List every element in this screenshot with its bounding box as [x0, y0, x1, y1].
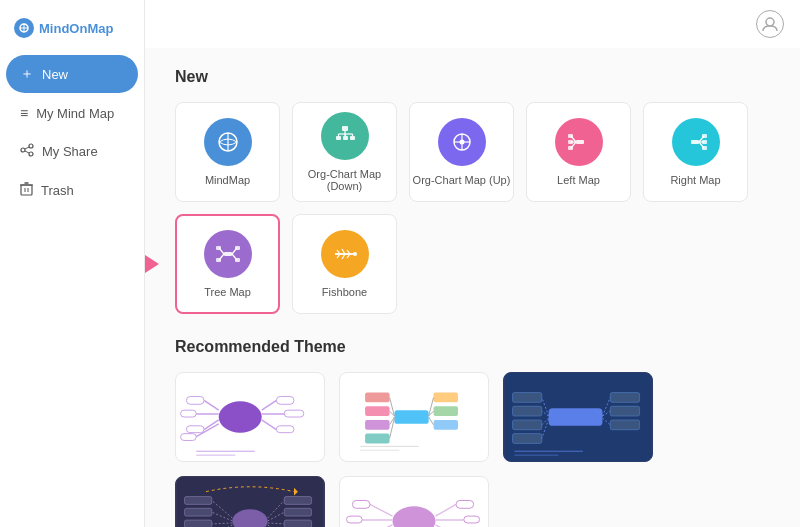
map-card-org-down[interactable]: Org-Chart Map (Down) — [292, 102, 397, 202]
svg-rect-100 — [610, 393, 639, 403]
svg-rect-84 — [434, 420, 458, 430]
fishbone-label: Fishbone — [322, 286, 367, 298]
right-map-icon — [672, 118, 720, 166]
svg-rect-82 — [434, 393, 458, 403]
user-avatar[interactable] — [756, 10, 784, 38]
svg-line-7 — [25, 151, 29, 153]
svg-line-91 — [429, 417, 434, 425]
logo: MindOnMap — [0, 10, 144, 54]
svg-rect-50 — [235, 246, 240, 250]
svg-line-71 — [262, 420, 277, 430]
svg-rect-118 — [284, 497, 311, 505]
org-up-label: Org-Chart Map (Up) — [413, 174, 511, 186]
theme-3-preview — [504, 373, 652, 461]
svg-rect-47 — [216, 258, 221, 262]
svg-rect-98 — [512, 420, 541, 430]
theme-card-3[interactable] — [503, 372, 653, 462]
sidebar-item-my-share[interactable]: My Share — [6, 133, 138, 170]
svg-rect-101 — [610, 406, 639, 416]
svg-line-69 — [262, 400, 277, 410]
svg-rect-66 — [181, 410, 197, 417]
map-card-org-up[interactable]: Org-Chart Map (Up) — [409, 102, 514, 202]
svg-rect-43 — [224, 252, 232, 256]
mindmap-icon — [204, 118, 252, 166]
svg-rect-67 — [186, 426, 204, 433]
theme-1-preview — [176, 373, 324, 461]
arrow-head — [145, 255, 159, 273]
theme-grid — [175, 372, 770, 527]
sidebar-item-new[interactable]: ＋ New — [6, 55, 138, 93]
svg-point-3 — [29, 144, 33, 148]
svg-rect-115 — [184, 508, 211, 516]
svg-line-61 — [204, 400, 219, 410]
svg-rect-17 — [336, 136, 341, 140]
org-down-icon — [321, 112, 369, 160]
svg-point-60 — [219, 401, 262, 432]
map-card-tree-map[interactable]: Tree Map — [175, 214, 280, 314]
svg-line-6 — [25, 147, 29, 149]
svg-rect-72 — [276, 396, 294, 404]
svg-rect-114 — [184, 497, 211, 505]
new-section-title: New — [175, 68, 770, 86]
sidebar-item-trash-label: Trash — [41, 183, 74, 198]
logo-text: MindOnMap — [39, 21, 113, 36]
svg-rect-99 — [512, 434, 541, 444]
tree-map-label: Tree Map — [204, 286, 251, 298]
svg-rect-46 — [216, 246, 221, 250]
svg-rect-144 — [464, 516, 480, 523]
svg-point-59 — [353, 252, 357, 256]
sidebar-item-my-mind-map[interactable]: ≡ My Mind Map — [6, 95, 138, 131]
main-content: New MindMap — [145, 48, 800, 527]
svg-rect-138 — [347, 516, 363, 523]
theme-5-preview — [340, 477, 488, 527]
trash-icon — [20, 182, 33, 199]
recommended-section-title: Recommended Theme — [175, 338, 770, 356]
right-map-label: Right Map — [670, 174, 720, 186]
map-card-mindmap[interactable]: MindMap — [175, 102, 280, 202]
map-card-right[interactable]: Right Map — [643, 102, 748, 202]
svg-rect-35 — [568, 146, 573, 150]
svg-rect-36 — [691, 140, 699, 144]
theme-card-4[interactable] — [175, 476, 325, 527]
svg-point-5 — [29, 152, 33, 156]
map-card-left[interactable]: Left Map — [526, 102, 631, 202]
svg-point-13 — [766, 18, 774, 26]
svg-rect-29 — [576, 140, 584, 144]
logo-icon — [18, 22, 30, 34]
map-card-fishbone[interactable]: Fishbone — [292, 214, 397, 314]
svg-point-133 — [392, 506, 435, 527]
sidebar-item-trash[interactable]: Trash — [6, 172, 138, 209]
theme-card-1[interactable] — [175, 372, 325, 462]
svg-rect-79 — [365, 406, 389, 416]
left-map-label: Left Map — [557, 174, 600, 186]
svg-rect-80 — [365, 420, 389, 430]
svg-rect-96 — [512, 393, 541, 403]
svg-rect-119 — [284, 508, 311, 516]
theme-card-5[interactable] — [339, 476, 489, 527]
svg-rect-95 — [549, 408, 603, 426]
map-type-grid: MindMap Org-C — [175, 102, 770, 314]
svg-rect-74 — [276, 426, 294, 433]
svg-point-28 — [459, 140, 464, 145]
svg-rect-42 — [702, 146, 707, 150]
svg-rect-78 — [365, 393, 389, 403]
theme-4-preview — [176, 477, 324, 527]
svg-rect-83 — [434, 406, 458, 416]
svg-rect-16 — [342, 126, 348, 131]
list-icon: ≡ — [20, 105, 28, 121]
svg-rect-8 — [21, 185, 32, 195]
svg-rect-97 — [512, 406, 541, 416]
svg-rect-73 — [284, 410, 304, 417]
svg-rect-33 — [568, 134, 573, 138]
theme-2-preview — [340, 373, 488, 461]
sidebar: MindOnMap ＋ New ≡ My Mind Map My Share — [0, 0, 145, 527]
svg-rect-81 — [365, 434, 389, 444]
theme-card-2[interactable] — [339, 372, 489, 462]
mindmap-label: MindMap — [205, 174, 250, 186]
top-bar — [145, 0, 800, 48]
svg-rect-34 — [568, 140, 573, 144]
fishbone-icon — [321, 230, 369, 278]
org-down-label: Org-Chart Map (Down) — [293, 168, 396, 192]
sidebar-item-new-label: New — [42, 67, 68, 82]
svg-rect-41 — [702, 140, 707, 144]
